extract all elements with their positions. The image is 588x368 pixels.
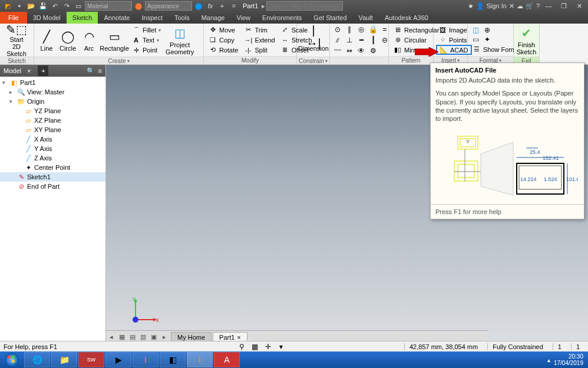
tab-a360[interactable]: Autodesk A360 [379, 12, 434, 24]
insert-points-button[interactable]: ⁘Points [436, 35, 472, 45]
constraint-vertical-icon[interactable]: ┃ [368, 35, 378, 45]
constraint-coincident-icon[interactable]: ⊙ [332, 25, 343, 34]
split-button[interactable]: -|-Split [242, 45, 277, 55]
tree-end-of-part[interactable]: ⊘End of Part [0, 182, 105, 191]
tree-sketch1[interactable]: ✎Sketch1 [0, 172, 105, 182]
tab-sketch[interactable]: Sketch [67, 12, 98, 24]
finish-sketch-button[interactable]: ✔Finish Sketch [516, 25, 537, 55]
trim-button[interactable]: ✂Trim [242, 25, 277, 35]
fillet-button[interactable]: ⌒Fillet▾ [130, 25, 163, 35]
tree-origin[interactable]: ▾📁Origin [0, 97, 105, 106]
taskbar-solidworks[interactable]: SW [78, 352, 104, 367]
tab-manage[interactable]: Manage [196, 12, 231, 24]
arc-button[interactable]: ◠Arc [79, 25, 99, 55]
rotate-button[interactable]: ⟲Rotate [206, 45, 240, 55]
browser-close-icon[interactable]: × [27, 67, 31, 74]
sign-in-link[interactable]: Sign In [487, 2, 507, 9]
close-tab-icon[interactable]: × [237, 334, 240, 341]
plus-icon[interactable]: + [217, 1, 227, 11]
save-icon[interactable]: 💾 [38, 1, 48, 11]
material-dropdown[interactable]: Material [85, 1, 132, 11]
centerline-icon[interactable]: ⊕ [482, 25, 493, 35]
line-button[interactable]: ╱Line [37, 25, 57, 55]
x-icon[interactable]: ✕ [509, 2, 514, 10]
tab-get-started[interactable]: Get Started [308, 12, 352, 24]
tree-yz-plane[interactable]: ▱YZ Plane [0, 106, 105, 116]
status-tool-icons[interactable]: ⚲ ▦ ✛ ▾ [237, 342, 286, 351]
tree-xy-plane[interactable]: ▱XY Plane [0, 125, 105, 134]
start-button[interactable] [0, 351, 24, 368]
tab-environments[interactable]: Environments [256, 12, 308, 24]
taskbar-media[interactable]: ▶ [105, 352, 131, 367]
dimension-button[interactable]: |↔|Dimension [299, 25, 328, 55]
cart-icon[interactable]: 🛒 [526, 2, 534, 10]
new-icon[interactable]: ▫️ [14, 1, 25, 11]
constraint-settings-icon[interactable]: ⚙ [368, 46, 378, 55]
browser-menu-icon[interactable]: ≡ [98, 67, 102, 74]
taskbar-inventor2[interactable]: I [187, 352, 213, 367]
tray-up-icon[interactable]: ▴ [547, 357, 550, 363]
circle-button[interactable]: ◯Circle [58, 25, 78, 55]
browser-add-icon[interactable]: + [38, 65, 48, 76]
tab-view[interactable]: View [230, 12, 256, 24]
tree-view[interactable]: ▸🔍View: Master [0, 87, 105, 97]
search-input[interactable] [266, 1, 343, 11]
tree-z-axis[interactable]: ╱Z Axis [0, 153, 105, 163]
centerpoint-icon[interactable]: ✦ [482, 35, 493, 44]
tree-root[interactable]: ▾◧Part1 [0, 78, 105, 87]
tab-file[interactable]: File [0, 12, 27, 24]
help-icon[interactable]: ? [536, 2, 540, 9]
driven-dim-icon[interactable]: ▭ [470, 35, 481, 44]
project-geometry-button[interactable]: ◫Project Geometry [164, 25, 195, 55]
constraint-fix-icon[interactable]: 🔒 [368, 25, 378, 34]
star-icon[interactable]: ★ [468, 2, 474, 10]
text-button[interactable]: AText▾ [130, 35, 163, 45]
taskbar-explorer[interactable]: 📁 [51, 352, 77, 367]
status-icon2[interactable]: ▦ [250, 342, 260, 351]
undo-icon[interactable]: ↶ [49, 1, 60, 11]
taskbar-app1[interactable]: ◧ [160, 352, 186, 367]
status-icon1[interactable]: ⚲ [237, 342, 247, 351]
taskbar-inventor1[interactable]: I [133, 352, 158, 367]
close-button[interactable]: ✕ [573, 1, 586, 11]
constraint-concentric-icon[interactable]: ◎ [356, 25, 366, 34]
color-icon[interactable]: ⬤ [193, 1, 204, 11]
constraint-horizontal-icon[interactable]: ━ [356, 35, 366, 45]
fx-icon[interactable]: fx [205, 1, 216, 11]
appearance-ball-icon[interactable]: ⬤ [133, 1, 144, 11]
insert-acad-button[interactable]: 📐ACAD [436, 45, 472, 55]
rectangle-button[interactable]: ▭Rectangle [100, 25, 128, 55]
construction-icon[interactable]: ◫ [470, 25, 481, 35]
constraint-perpendicular-icon[interactable]: ⊥ [344, 35, 355, 45]
tab-inspect[interactable]: Inspect [136, 12, 169, 24]
constraint-show-icon[interactable]: 👁 [356, 46, 366, 55]
browser-search-icon[interactable]: 🔍 [87, 67, 95, 75]
cloud-icon[interactable]: ☁ [517, 2, 523, 10]
select-icon[interactable]: ▭ [73, 1, 84, 11]
equals-icon[interactable]: = [229, 1, 239, 11]
point-button[interactable]: ✛Point [130, 45, 163, 55]
tree-xz-plane[interactable]: ▱XZ Plane [0, 116, 105, 125]
tab-tools[interactable]: Tools [169, 12, 196, 24]
tab-vault[interactable]: Vault [353, 12, 379, 24]
status-icon3[interactable]: ✛ [263, 342, 273, 351]
insert-image-button[interactable]: 🖼Image [436, 25, 472, 35]
user-icon[interactable]: 👤 [476, 2, 484, 10]
app-menu-icon[interactable]: ◩ [2, 1, 13, 11]
start-2d-sketch-button[interactable]: ✎⬚ Start 2D Sketch [2, 25, 31, 55]
tab-3d-model[interactable]: 3D Model [27, 12, 67, 24]
copy-button[interactable]: ❏Copy [206, 35, 240, 45]
extend-button[interactable]: →|Extend [242, 35, 277, 45]
system-tray[interactable]: ▴ 20:30 17/04/2019 [547, 353, 588, 366]
move-button[interactable]: ✥Move [206, 25, 240, 35]
restore-button[interactable]: ❐ [557, 1, 570, 11]
constraint-smooth-icon[interactable]: 〰 [332, 46, 343, 55]
redo-icon[interactable]: ↷ [61, 1, 72, 11]
tree-center-point[interactable]: ✦Center Point [0, 163, 105, 172]
tab-annotate[interactable]: Annotate [98, 12, 136, 24]
open-icon[interactable]: 📂 [26, 1, 37, 11]
minimize-button[interactable]: — [542, 1, 555, 11]
taskbar-chrome[interactable]: 🌐 [24, 352, 50, 367]
constraint-parallel-icon[interactable]: ⫽ [332, 35, 343, 45]
tree-x-axis[interactable]: ╱X Axis [0, 134, 105, 144]
